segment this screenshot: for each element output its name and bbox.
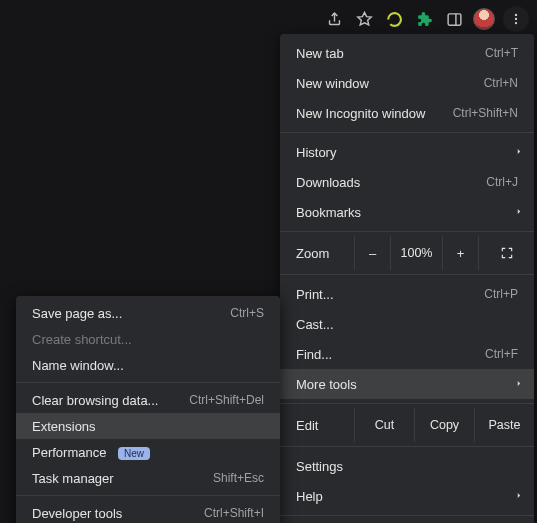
chevron-right-icon — [514, 489, 524, 504]
fullscreen-button[interactable] — [478, 236, 534, 270]
menu-item-settings[interactable]: Settings — [280, 451, 534, 481]
submenu-item-developer-tools[interactable]: Developer tools Ctrl+Shift+I — [16, 500, 280, 523]
menu-shortcut: Ctrl+Shift+N — [453, 106, 518, 120]
zoom-row: Zoom – 100% + — [280, 236, 534, 270]
menu-label: Developer tools — [32, 506, 196, 521]
menu-label: New tab — [296, 46, 477, 61]
menu-item-new-incognito[interactable]: New Incognito window Ctrl+Shift+N — [280, 98, 534, 128]
menu-item-history[interactable]: History — [280, 137, 534, 167]
svg-point-3 — [515, 22, 517, 24]
menu-shortcut: Ctrl+Shift+Del — [189, 393, 264, 407]
menu-separator — [280, 274, 534, 275]
menu-item-find[interactable]: Find... Ctrl+F — [280, 339, 534, 369]
submenu-item-performance[interactable]: Performance New — [16, 439, 280, 465]
menu-shortcut: Ctrl+T — [485, 46, 518, 60]
svg-point-2 — [515, 18, 517, 20]
kebab-menu-icon[interactable] — [503, 6, 529, 32]
menu-separator — [280, 446, 534, 447]
menu-separator — [280, 515, 534, 516]
menu-label: More tools — [296, 377, 518, 392]
menu-label: New window — [296, 76, 476, 91]
menu-label: Help — [296, 489, 518, 504]
menu-item-new-tab[interactable]: New tab Ctrl+T — [280, 38, 534, 68]
browser-toolbar — [319, 2, 533, 36]
menu-label: Performance New — [32, 445, 264, 460]
menu-item-bookmarks[interactable]: Bookmarks — [280, 197, 534, 227]
menu-separator — [16, 495, 280, 496]
chevron-right-icon — [514, 377, 524, 392]
menu-item-print[interactable]: Print... Ctrl+P — [280, 279, 534, 309]
zoom-percent: 100% — [390, 236, 442, 270]
svg-rect-0 — [448, 13, 461, 24]
submenu-item-save-page[interactable]: Save page as... Ctrl+S — [16, 300, 280, 326]
submenu-item-clear-browsing[interactable]: Clear browsing data... Ctrl+Shift+Del — [16, 387, 280, 413]
extensions-puzzle-icon[interactable] — [413, 8, 435, 30]
sidepanel-icon[interactable] — [443, 8, 465, 30]
menu-label: Task manager — [32, 471, 205, 486]
menu-shortcut: Ctrl+J — [486, 175, 518, 189]
submenu-item-task-manager[interactable]: Task manager Shift+Esc — [16, 465, 280, 491]
submenu-item-extensions[interactable]: Extensions — [16, 413, 280, 439]
submenu-item-name-window[interactable]: Name window... — [16, 352, 280, 378]
menu-label: Name window... — [32, 358, 264, 373]
menu-separator — [16, 382, 280, 383]
menu-shortcut: Ctrl+Shift+I — [204, 506, 264, 520]
menu-label: Clear browsing data... — [32, 393, 181, 408]
fullscreen-icon — [500, 246, 514, 260]
menu-separator — [280, 403, 534, 404]
menu-label: Save page as... — [32, 306, 222, 321]
menu-item-more-tools[interactable]: More tools — [280, 369, 534, 399]
menu-label: Bookmarks — [296, 205, 518, 220]
new-badge: New — [118, 447, 150, 460]
menu-item-help[interactable]: Help — [280, 481, 534, 511]
edit-row: Edit Cut Copy Paste — [280, 408, 534, 442]
menu-label: Extensions — [32, 419, 264, 434]
menu-separator — [280, 132, 534, 133]
reload-icon[interactable] — [383, 8, 405, 30]
menu-shortcut: Ctrl+N — [484, 76, 518, 90]
main-menu: New tab Ctrl+T New window Ctrl+N New Inc… — [280, 34, 534, 523]
menu-shortcut: Ctrl+F — [485, 347, 518, 361]
edit-label: Edit — [280, 408, 354, 442]
menu-label: Cast... — [296, 317, 518, 332]
more-tools-submenu: Save page as... Ctrl+S Create shortcut..… — [16, 296, 280, 523]
profile-avatar[interactable] — [473, 8, 495, 30]
menu-shortcut: Shift+Esc — [213, 471, 264, 485]
menu-separator — [280, 231, 534, 232]
share-icon[interactable] — [323, 8, 345, 30]
menu-label: Downloads — [296, 175, 478, 190]
zoom-in-button[interactable]: + — [442, 236, 478, 270]
svg-point-1 — [515, 14, 517, 16]
performance-text: Performance — [32, 445, 106, 460]
zoom-out-button[interactable]: – — [354, 236, 390, 270]
submenu-item-create-shortcut: Create shortcut... — [16, 326, 280, 352]
menu-item-downloads[interactable]: Downloads Ctrl+J — [280, 167, 534, 197]
chevron-right-icon — [514, 145, 524, 160]
menu-label: Find... — [296, 347, 477, 362]
menu-label: Settings — [296, 459, 518, 474]
menu-label: New Incognito window — [296, 106, 445, 121]
menu-shortcut: Ctrl+P — [484, 287, 518, 301]
copy-button[interactable]: Copy — [414, 408, 474, 442]
cut-button[interactable]: Cut — [354, 408, 414, 442]
menu-label: Print... — [296, 287, 476, 302]
menu-item-cast[interactable]: Cast... — [280, 309, 534, 339]
menu-label: Create shortcut... — [32, 332, 264, 347]
menu-shortcut: Ctrl+S — [230, 306, 264, 320]
paste-button[interactable]: Paste — [474, 408, 534, 442]
menu-label: History — [296, 145, 518, 160]
chevron-right-icon — [514, 205, 524, 220]
zoom-label: Zoom — [280, 236, 354, 270]
menu-item-new-window[interactable]: New window Ctrl+N — [280, 68, 534, 98]
bookmark-star-icon[interactable] — [353, 8, 375, 30]
